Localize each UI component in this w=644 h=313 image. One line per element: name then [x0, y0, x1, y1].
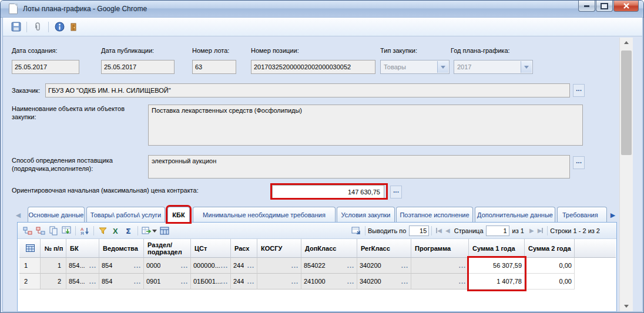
tab-tovary-raboty-uslugi[interactable]: Товары\ работы\ услуги — [86, 207, 165, 222]
add-row-button[interactable] — [21, 224, 34, 237]
price-lookup-button[interactable]: ... — [390, 186, 402, 198]
col-header-dopklass[interactable]: ДопКласс — [301, 239, 357, 258]
cell-npp[interactable]: 1 — [41, 258, 66, 274]
tab-minimalnye-trebovaniya[interactable]: Минимальные необходимые требования — [193, 207, 336, 222]
lookup-ellipsis[interactable]: ... — [291, 262, 298, 269]
lot-number-input[interactable] — [192, 60, 236, 74]
grid-settings-button[interactable] — [158, 224, 171, 237]
next-page-button[interactable]: ▶ — [529, 227, 534, 234]
cell-programma[interactable]: ... — [411, 274, 469, 290]
cell-razdel[interactable]: 0000... — [144, 258, 191, 274]
col-header-bk[interactable]: БК — [66, 239, 99, 258]
page-size-input[interactable] — [409, 226, 429, 236]
col-header-vedomstva[interactable]: Ведомства — [99, 239, 144, 258]
plan-year-dropdown-button[interactable] — [521, 61, 532, 73]
export-excel-button[interactable]: X — [109, 224, 122, 237]
import-rows-button[interactable] — [60, 224, 73, 237]
lookup-ellipsis[interactable]: ... — [247, 278, 254, 285]
cell-summa2[interactable]: 0,00 — [525, 258, 575, 274]
export-menu-button[interactable] — [140, 224, 158, 237]
method-textarea[interactable]: электронный аукцион — [148, 155, 570, 179]
scroll-down-button[interactable] — [620, 301, 633, 311]
cell-bk[interactable]: 854...... — [66, 274, 99, 290]
select-all-header-cell[interactable] — [19, 239, 41, 258]
tabs-scroll-right-button[interactable]: ▶ — [608, 210, 618, 220]
tab-osnovnye-dannye[interactable]: Основные данные — [28, 207, 85, 222]
cell-vedomstva[interactable]: 854... — [99, 274, 144, 290]
cell-npp[interactable]: 2 — [41, 274, 66, 290]
plan-year-select[interactable]: 2017 — [454, 60, 533, 74]
cell-vedomstva[interactable]: 854... — [99, 258, 144, 274]
position-number-input[interactable] — [251, 60, 375, 74]
lookup-ellipsis[interactable]: ... — [291, 278, 298, 285]
col-header-npp[interactable]: № п/п — [41, 239, 66, 258]
lookup-ellipsis[interactable]: ... — [181, 262, 188, 269]
col-header-programma[interactable]: Программа — [411, 239, 469, 258]
object-textarea[interactable]: Поставка лекарственных средств (Фосфолип… — [148, 105, 583, 146]
attach-button[interactable] — [31, 20, 45, 34]
lookup-ellipsis[interactable]: ... — [134, 262, 141, 269]
cell-cst[interactable]: 000000...... — [191, 258, 231, 274]
tab-poetapnoe-ispolnenie[interactable]: Поэтапное исполнение — [396, 207, 473, 222]
cell-cst[interactable]: 01Б001...... — [191, 274, 231, 290]
cell-rash[interactable]: 244... — [231, 258, 257, 274]
tab-usloviya-zakupki[interactable]: Условия закупки — [337, 207, 395, 222]
last-page-button[interactable]: ▶ — [538, 227, 544, 234]
col-header-razdel[interactable]: Раздел/подраздел — [144, 239, 191, 258]
cell-rash[interactable]: 244... — [231, 274, 257, 290]
col-header-kosgu[interactable]: КОСГУ — [257, 239, 301, 258]
maximize-button[interactable] — [596, 1, 613, 12]
published-input[interactable] — [101, 60, 175, 74]
page-number-input[interactable] — [486, 226, 509, 236]
lookup-ellipsis[interactable]: ... — [221, 262, 228, 269]
cell-dopklass[interactable]: 854022... — [301, 258, 357, 274]
scrollbar-thumb[interactable] — [621, 51, 632, 155]
lookup-ellipsis[interactable]: ... — [347, 278, 354, 285]
minimize-button[interactable] — [578, 1, 595, 12]
cell-regklass[interactable]: 340200... — [357, 258, 411, 274]
filter-button[interactable] — [96, 224, 109, 237]
lookup-ellipsis[interactable]: ... — [134, 278, 141, 285]
scroll-up-button[interactable] — [620, 38, 633, 48]
sum-button[interactable]: Σ — [122, 224, 135, 237]
col-header-rash[interactable]: Расх — [231, 239, 257, 258]
lookup-ellipsis[interactable]: ... — [401, 278, 408, 285]
lookup-ellipsis[interactable]: ... — [459, 262, 466, 269]
col-header-summa1[interactable]: Сумма 1 года — [469, 239, 525, 258]
col-header-summa2[interactable]: Сумма 2 года — [525, 239, 575, 258]
lookup-ellipsis[interactable]: ... — [347, 262, 354, 269]
cell-summa2[interactable]: 0,00 — [525, 274, 575, 290]
tabs-scroll-left-button[interactable]: ◀ — [14, 210, 23, 220]
save-button[interactable] — [9, 20, 23, 34]
cell-razdel[interactable]: 0901... — [144, 274, 191, 290]
cell-programma[interactable]: ... — [411, 258, 469, 274]
tab-dopolnitelnye-dannye[interactable]: Дополнительные данные — [475, 207, 555, 222]
tab-trebovaniya[interactable]: Требования — [557, 207, 607, 222]
title-bar[interactable]: Лоты плана-графика - Google Chrome — [1, 1, 643, 18]
vertical-scrollbar[interactable] — [619, 38, 633, 311]
first-page-button[interactable]: ◀ — [436, 227, 442, 234]
col-header-regklass[interactable]: РегКласс — [357, 239, 411, 258]
created-input[interactable] — [12, 60, 79, 74]
purchase-type-select[interactable]: Товары — [380, 60, 450, 74]
cell-regklass[interactable]: 340200... — [357, 274, 411, 290]
method-lookup-button[interactable]: ... — [573, 156, 585, 169]
lookup-ellipsis[interactable]: ... — [181, 278, 188, 285]
row-number-cell[interactable]: 2 — [19, 274, 41, 290]
close-button[interactable] — [613, 1, 639, 12]
purchase-type-dropdown-button[interactable] — [437, 61, 448, 73]
lookup-ellipsis[interactable]: ... — [401, 262, 408, 269]
lookup-ellipsis[interactable]: ... — [89, 262, 96, 269]
cell-kosgu[interactable]: ... — [257, 274, 301, 290]
prev-page-button[interactable]: ◀ — [445, 227, 450, 234]
customer-lookup-button[interactable]: ... — [573, 84, 585, 97]
cell-kosgu[interactable]: ... — [257, 258, 301, 274]
row-number-cell[interactable]: 1 — [19, 258, 41, 274]
sort-button[interactable]: А Я — [78, 224, 91, 237]
cell-dopklass[interactable]: 241000... — [301, 274, 357, 290]
lookup-ellipsis[interactable]: ... — [89, 278, 96, 285]
exit-button[interactable] — [66, 20, 80, 34]
cell-bk[interactable]: 854...... — [66, 258, 99, 274]
tab-kbk[interactable]: КБК — [167, 207, 190, 222]
lookup-ellipsis[interactable]: ... — [221, 278, 228, 285]
